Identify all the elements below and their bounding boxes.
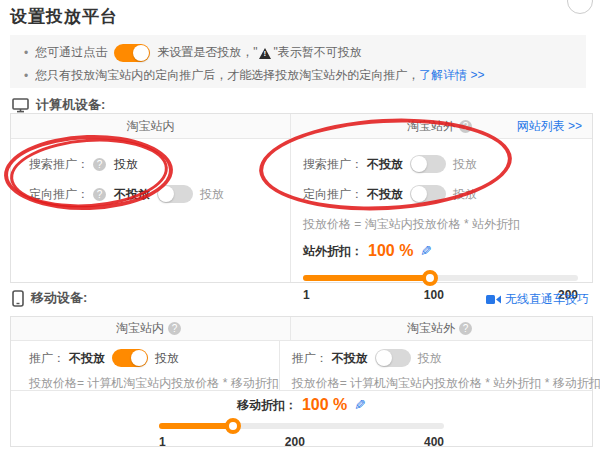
slider-min-label: 1 (159, 435, 166, 449)
slider-mid-label: 200 (285, 435, 305, 449)
mobile-table-header: 淘宝站内 ? 淘宝站外 ? (11, 317, 592, 341)
computer-section-label: 计算机设备: (36, 96, 105, 114)
phone-icon (12, 290, 24, 307)
toggle-knob (158, 186, 174, 202)
edit-pencil-icon[interactable]: ✎ (420, 243, 432, 259)
bullet-icon: • (24, 46, 28, 60)
mobile-onsite-price-formula: 投放价格= 计算机淘宝站内投放价格 * 移动折扣 (29, 375, 279, 392)
monitor-icon (12, 98, 29, 113)
website-list-link[interactable]: 网站列表 >> (517, 118, 582, 135)
toggle-example[interactable] (114, 44, 150, 62)
computer-onsite-targeted-toggle[interactable] (157, 185, 193, 203)
notice-text-1c: "表示暂不可投放 (273, 44, 361, 61)
video-icon (486, 294, 501, 305)
slider-max-label: 400 (424, 435, 444, 449)
state-off-label: 不投放 (114, 186, 150, 203)
mobile-offsite-promo-toggle[interactable] (375, 349, 411, 367)
mobile-discount-row: 移动折扣： 100 % ✎ 1 200 400 (11, 390, 592, 446)
computer-header-onsite-label: 淘宝站内 (127, 118, 175, 135)
mobile-table-body: 推广： 不投放 投放 投放价格= 计算机淘宝站内投放价格 * 移动折扣 推广： … (11, 341, 592, 390)
computer-header-offsite: 淘宝站外 ? 网站列表 >> (291, 114, 592, 138)
computer-header-offsite-label: 淘宝站外 (407, 118, 455, 135)
toggle-knob (131, 350, 147, 366)
notice-text-1b: 来设置是否投放，" (157, 44, 257, 61)
computer-table-body: 搜索推广： ? 投放 定向推广： ? 不投放 投放 搜索推广： 不投放 投放 定… (11, 139, 592, 282)
computer-onsite-targeted-row: 定向推广： ? 不投放 投放 (29, 179, 290, 209)
bullet-icon: • (24, 69, 28, 83)
state-on-label: 投放 (155, 350, 179, 367)
mobile-discount-slider[interactable] (159, 423, 444, 429)
mobile-discount-value: 100 % (302, 396, 347, 414)
mobile-onsite-promo-toggle[interactable] (112, 349, 148, 367)
mobile-discount-line: 移动折扣： 100 % ✎ (11, 396, 592, 414)
wireless-tips-label: 无线直通车技巧 (505, 291, 589, 308)
mobile-slider-wrap: 1 200 400 (159, 423, 444, 449)
state-on-label: 投放 (453, 186, 477, 203)
mobile-onsite-promo-row: 推广： 不投放 投放 (29, 345, 279, 371)
state-off-label: 不投放 (367, 186, 403, 203)
offsite-discount-value: 100 % (368, 242, 413, 260)
mobile-section-heading: 移动设备: (12, 289, 87, 307)
offsite-discount-line: 站外折扣： 100 % ✎ (303, 242, 592, 260)
computer-offsite-search-toggle[interactable] (410, 155, 446, 173)
partial-circle-decoration (567, 0, 593, 14)
notice-text-1a: 您可通过点击 (35, 44, 107, 61)
mobile-discount-label: 移动折扣： (237, 397, 297, 414)
state-on-label: 投放 (418, 350, 442, 367)
search-promo-label: 搜索推广： (303, 156, 363, 173)
slider-min-label: 1 (303, 288, 310, 302)
page-title: 设置投放平台 (10, 5, 118, 28)
help-icon[interactable]: ? (93, 158, 106, 171)
search-promo-label: 搜索推广： (29, 156, 89, 173)
promo-label: 推广： (292, 350, 328, 367)
edit-pencil-icon[interactable]: ✎ (354, 397, 366, 413)
mobile-offsite-price-formula: 投放价格= 计算机淘宝站内投放价格 * 站外折扣 * 移动折扣 (292, 375, 600, 392)
state-off-label: 不投放 (69, 350, 105, 367)
help-icon[interactable]: ? (93, 188, 106, 201)
state-on-label: 投放 (200, 186, 224, 203)
slider-fill (159, 423, 233, 429)
help-icon[interactable]: ? (459, 322, 472, 335)
notice-box: • 您可通过点击 来设置是否投放，" "表示暂不可投放 • 您只有投放淘宝站内的… (10, 35, 586, 88)
computer-header-onsite: 淘宝站内 (11, 114, 291, 138)
mobile-header-offsite: 淘宝站外 ? (291, 317, 592, 340)
offsite-price-formula: 投放价格 = 淘宝站内投放价格 * 站外折扣 (303, 216, 592, 233)
wireless-tips-link[interactable]: 无线直通车技巧 (486, 291, 589, 308)
notice-line-1: • 您可通过点击 来设置是否投放，" "表示暂不可投放 (24, 41, 576, 64)
help-icon[interactable]: ? (459, 120, 472, 133)
computer-offsite-targeted-row: 定向推广： 不投放 投放 (303, 179, 592, 209)
slider-handle[interactable] (422, 270, 438, 286)
mobile-header-offsite-label: 淘宝站外 (407, 320, 455, 337)
help-icon[interactable]: ? (168, 322, 181, 335)
toggle-knob (411, 186, 427, 202)
notice-text-2: 您只有投放淘宝站内的定向推广后，才能选择投放淘宝站外的定向推广， (35, 67, 419, 84)
mobile-slider-labels: 1 200 400 (159, 435, 444, 449)
state-off-label: 不投放 (367, 156, 403, 173)
promo-label: 推广： (29, 350, 65, 367)
state-on-label: 投放 (453, 156, 477, 173)
mobile-section-label: 移动设备: (31, 289, 87, 307)
targeted-promo-label: 定向推广： (29, 186, 89, 203)
computer-offsite-search-row: 搜索推广： 不投放 投放 (303, 149, 592, 179)
state-off-label: 不投放 (332, 350, 368, 367)
slider-mid-label: 100 (424, 288, 444, 302)
slider-handle[interactable] (225, 418, 241, 434)
computer-table: 淘宝站内 淘宝站外 ? 网站列表 >> 搜索推广： ? 投放 定向推广： ? 不… (10, 113, 593, 283)
learn-more-link[interactable]: 了解详情 >> (419, 67, 484, 84)
targeted-promo-label: 定向推广： (303, 186, 363, 203)
notice-line-2: • 您只有投放淘宝站内的定向推广后，才能选择投放淘宝站外的定向推广， 了解详情 … (24, 64, 576, 87)
mobile-header-onsite-label: 淘宝站内 (116, 320, 164, 337)
toggle-knob (376, 350, 392, 366)
computer-onsite-cell: 搜索推广： ? 投放 定向推广： ? 不投放 投放 (11, 139, 291, 282)
computer-section-heading: 计算机设备: (12, 96, 105, 114)
toggle-knob (411, 156, 427, 172)
offsite-discount-label: 站外折扣： (303, 243, 363, 260)
computer-offsite-targeted-toggle[interactable] (410, 185, 446, 203)
toggle-knob (133, 45, 149, 61)
mobile-onsite-cell: 推广： 不投放 投放 投放价格= 计算机淘宝站内投放价格 * 移动折扣 (11, 341, 280, 390)
computer-onsite-search-row: 搜索推广： ? 投放 (29, 149, 290, 179)
slider-fill (303, 275, 430, 281)
mobile-header-onsite: 淘宝站内 ? (11, 317, 291, 340)
search-promo-state: 投放 (114, 156, 138, 173)
offsite-discount-slider[interactable] (303, 275, 578, 281)
